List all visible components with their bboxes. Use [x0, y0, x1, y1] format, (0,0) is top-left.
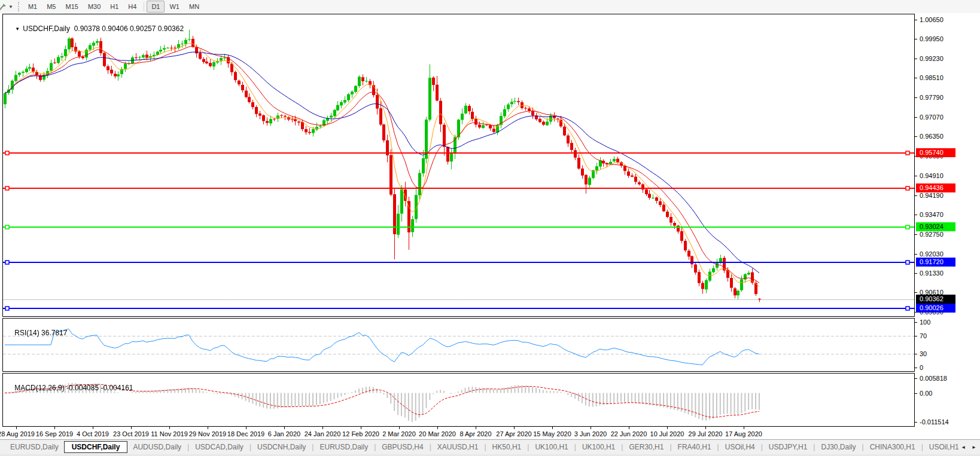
- symbol-timeframe-label: USDCHF,Daily: [23, 25, 70, 33]
- price-axis[interactable]: 1.006500.999500.992300.985100.977900.970…: [915, 14, 980, 427]
- date-tick: [629, 427, 629, 429]
- axis-label: -0.011514: [920, 418, 949, 426]
- level-price-label[interactable]: 0.94436: [916, 183, 955, 192]
- tool-dropdown-caret-icon[interactable]: ▼: [8, 4, 13, 10]
- date-label: 16 Sep 2019: [36, 430, 73, 437]
- date-label: 22 Jun 2020: [611, 430, 647, 437]
- toolbar-grip[interactable]: [18, 2, 21, 11]
- chart-tab[interactable]: CHINA300,H1: [865, 441, 921, 453]
- axis-tick: [915, 292, 917, 293]
- axis-tick: [915, 20, 917, 20]
- axis-label: 0: [920, 364, 923, 371]
- axis-label: 0.92750: [920, 231, 944, 238]
- timeframe-m5-button[interactable]: M5: [42, 1, 60, 13]
- axis-tick: [915, 393, 917, 394]
- time-axis[interactable]: 28 Aug 201916 Sep 20194 Oct 201923 Oct 2…: [2, 427, 915, 440]
- level-price-label[interactable]: 0.90026: [916, 304, 955, 313]
- axis-label: 0.97070: [920, 114, 944, 121]
- timeframe-h4-button[interactable]: H4: [123, 1, 141, 13]
- tab-separator: |: [952, 445, 955, 450]
- chart-tab-bar: EURUSD,DailyUSDCHF,DailyAUDUSD,Daily|USD…: [0, 439, 980, 454]
- date-label: 20 Mar 2020: [419, 430, 456, 437]
- drawing-tool-icon[interactable]: [0, 2, 7, 11]
- candlestick-chart-canvas[interactable]: [3, 14, 914, 316]
- chart-tab[interactable]: USDCHF,Daily: [64, 441, 128, 453]
- chart-tab[interactable]: HK50,H1: [487, 441, 527, 453]
- date-tick: [514, 427, 515, 429]
- date-label: 4 Oct 2019: [77, 430, 109, 437]
- chart-tab[interactable]: USOil,H4: [720, 441, 760, 453]
- toolbar-separator: [144, 2, 144, 11]
- chart-tab[interactable]: GBPUSD,H4: [376, 441, 428, 453]
- chart-tab[interactable]: DJ30,Daily: [815, 441, 861, 453]
- level-price-label[interactable]: 0.91720: [916, 258, 955, 267]
- axis-tick: [915, 254, 917, 255]
- timeframe-m30-button[interactable]: M30: [83, 1, 105, 13]
- axis-label: 0.005818: [920, 375, 947, 382]
- date-label: 28 Aug 2019: [0, 430, 35, 437]
- axis-label: 0.96350: [920, 133, 944, 140]
- date-label: 6 Jan 2020: [268, 430, 300, 437]
- date-tick: [361, 427, 361, 429]
- chart-tab[interactable]: EURUSD,Daily: [5, 441, 64, 453]
- date-label: 29 Jul 2020: [689, 430, 723, 437]
- level-price-label[interactable]: 0.93024: [916, 222, 955, 231]
- date-tick: [399, 427, 400, 429]
- trading-platform-window: ▼ M1M5M15M30H1H4D1W1MN ▼USDCHF,Daily 0.9…: [0, 0, 980, 456]
- timeframe-w1-button[interactable]: W1: [165, 1, 184, 13]
- chart-tab[interactable]: UK100,H1: [577, 441, 620, 453]
- axis-tick: [915, 354, 917, 354]
- chart-tab[interactable]: EURUSD,Daily: [314, 441, 373, 453]
- date-tick: [169, 427, 170, 429]
- rsi-indicator-canvas[interactable]: [3, 319, 914, 371]
- axis-label: 0.93470: [920, 211, 944, 218]
- date-tick: [284, 427, 285, 429]
- axis-tick: [915, 273, 917, 274]
- axis-tick: [915, 117, 917, 118]
- date-tick: [322, 427, 323, 429]
- current-price-label[interactable]: 0.90362: [916, 295, 955, 304]
- chart-tab[interactable]: FRA40,H1: [672, 441, 717, 453]
- timeframe-m1-button[interactable]: M1: [23, 1, 42, 13]
- date-tick: [93, 427, 93, 429]
- date-label: 17 Aug 2020: [725, 430, 762, 437]
- tab-scroll-left-icon[interactable]: ◄: [961, 445, 966, 450]
- rsi-value: 36.7817: [41, 329, 67, 337]
- date-label: 18 Dec 2019: [227, 430, 264, 437]
- chart-title: ▼USDCHF,Daily 0.90378 0.90406 0.90257 0.…: [7, 16, 184, 41]
- date-label: 3 Jun 2020: [574, 430, 607, 437]
- chart-tab[interactable]: USDJPY,H1: [763, 441, 812, 453]
- date-tick: [591, 427, 591, 429]
- axis-tick: [915, 136, 917, 137]
- date-label: 27 Apr 2020: [496, 430, 531, 437]
- macd-indicator-label: MACD(12,26,9) -0.004085 -0.004161: [7, 375, 133, 400]
- timeframe-h1-button[interactable]: H1: [105, 1, 123, 13]
- axis-label: 30: [920, 350, 927, 357]
- symbol-caret-icon[interactable]: ▼: [15, 26, 20, 32]
- timeframe-mn-button[interactable]: MN: [184, 1, 204, 13]
- date-tick: [744, 427, 744, 429]
- timeframe-d1-button[interactable]: D1: [147, 1, 165, 13]
- chart-tab[interactable]: AUDUSD,Daily: [127, 441, 187, 453]
- level-price-label[interactable]: 0.95740: [916, 148, 955, 157]
- axis-tick: [915, 368, 917, 368]
- axis-tick: [915, 59, 917, 59]
- axis-tick: [915, 78, 917, 78]
- timeframe-m15-button[interactable]: M15: [60, 1, 83, 13]
- axis-label: 0.99950: [920, 35, 944, 42]
- tab-scroll-right-icon[interactable]: ►: [972, 445, 976, 450]
- date-tick: [552, 427, 553, 429]
- chart-tab[interactable]: USDCNH,Daily: [252, 441, 311, 453]
- chart-tab[interactable]: UK100,H1: [529, 441, 573, 453]
- axis-tick: [915, 39, 917, 39]
- chart-tab[interactable]: USDCAD,Daily: [190, 441, 249, 453]
- axis-tick: [915, 234, 917, 235]
- macd-indicator-canvas[interactable]: [3, 374, 914, 426]
- chart-tab[interactable]: XAUUSD,H1: [432, 441, 484, 453]
- axis-tick: [915, 195, 917, 196]
- date-tick: [131, 427, 132, 429]
- chart-tab[interactable]: GER30,H1: [623, 441, 669, 453]
- date-label: 2 Mar 2020: [382, 430, 416, 437]
- date-tick: [437, 427, 438, 429]
- axis-tick: [915, 322, 917, 323]
